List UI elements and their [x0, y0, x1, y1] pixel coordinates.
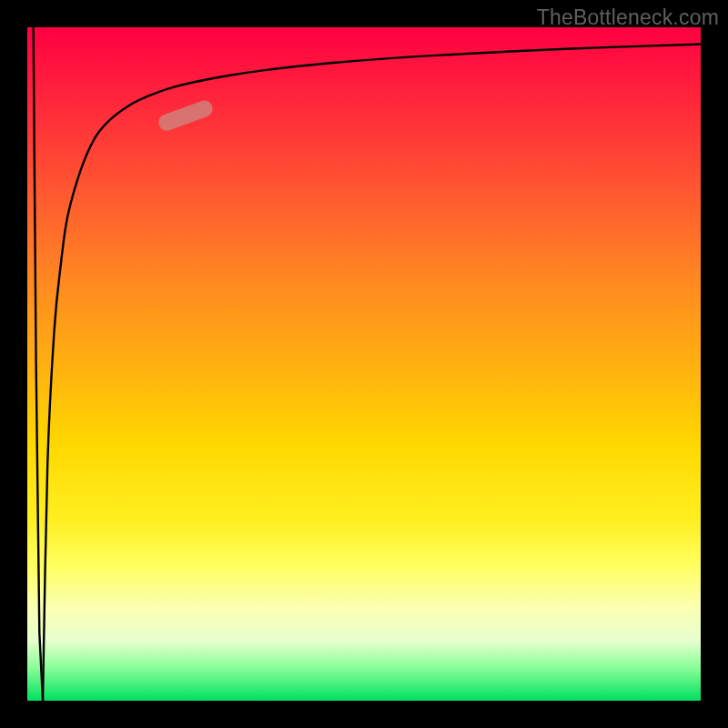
plot-gradient-background [27, 27, 701, 701]
attribution-text: TheBottleneck.com [537, 5, 719, 30]
